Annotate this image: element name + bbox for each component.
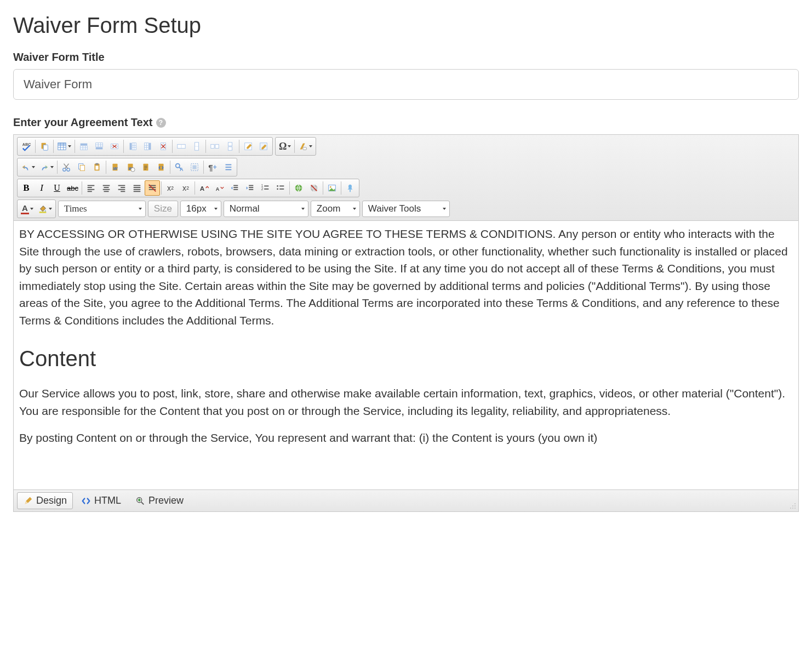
paste-plain-button[interactable] bbox=[138, 160, 153, 175]
preview-tab[interactable]: Preview bbox=[129, 492, 190, 509]
find-replace-button[interactable]: A bbox=[171, 160, 187, 175]
font-size-grow-button[interactable]: A bbox=[196, 180, 211, 196]
paste-clipboard-button[interactable] bbox=[89, 160, 105, 175]
strikethrough-button[interactable]: abc bbox=[65, 180, 81, 196]
resize-grip-icon[interactable] bbox=[788, 502, 796, 509]
chevron-down-icon bbox=[353, 208, 356, 210]
help-icon[interactable]: ? bbox=[156, 118, 166, 128]
svg-rect-2 bbox=[43, 145, 48, 150]
insert-table-button[interactable] bbox=[55, 139, 73, 154]
svg-text:A: A bbox=[216, 186, 220, 192]
superscript-button[interactable]: x2 bbox=[163, 180, 178, 196]
split-horizontal-button[interactable] bbox=[207, 139, 222, 154]
line-spacing-button[interactable] bbox=[220, 160, 236, 175]
paste-html-button[interactable] bbox=[153, 160, 169, 175]
font-size-shrink-button[interactable]: A bbox=[211, 180, 227, 196]
edit-cell-button[interactable] bbox=[241, 139, 256, 154]
align-right-button[interactable] bbox=[114, 180, 129, 196]
redo-button[interactable] bbox=[37, 160, 56, 175]
align-left-button[interactable] bbox=[83, 180, 99, 196]
svg-rect-13 bbox=[81, 144, 88, 146]
svg-point-108 bbox=[277, 188, 278, 190]
zoom-select[interactable]: Zoom bbox=[311, 201, 360, 217]
merge-vertical-button[interactable] bbox=[189, 139, 204, 154]
agreement-para-1: BY ACCESSING OR OTHERWISE USING THE SITE… bbox=[19, 225, 793, 329]
svg-text:2: 2 bbox=[261, 187, 264, 191]
waiver-tools-select[interactable]: Waiver Tools bbox=[362, 201, 450, 217]
content-heading: Content bbox=[19, 342, 793, 375]
paste-button[interactable] bbox=[37, 139, 52, 154]
select-all-button[interactable] bbox=[187, 160, 202, 175]
format-stripper-button[interactable] bbox=[296, 139, 314, 154]
svg-point-126 bbox=[792, 508, 793, 509]
delete-row-button[interactable] bbox=[107, 139, 122, 154]
paragraph-select[interactable]: Normal bbox=[224, 201, 308, 217]
svg-rect-53 bbox=[80, 165, 84, 170]
svg-rect-8 bbox=[58, 143, 66, 145]
svg-rect-41 bbox=[211, 144, 214, 148]
insert-row-above-button[interactable] bbox=[76, 139, 92, 154]
cut-button[interactable] bbox=[59, 160, 74, 175]
indent-button[interactable] bbox=[242, 180, 258, 196]
font-color-button[interactable]: A bbox=[19, 201, 36, 217]
underline-button[interactable]: U bbox=[49, 180, 65, 196]
svg-point-49 bbox=[67, 168, 70, 171]
outdent-button[interactable] bbox=[227, 180, 242, 196]
subscript-button[interactable]: x2 bbox=[178, 180, 193, 196]
paste-word-clean-button[interactable]: W bbox=[123, 160, 138, 175]
svg-point-107 bbox=[277, 185, 278, 187]
magnifier-plus-icon bbox=[135, 496, 145, 506]
show-paragraph-button[interactable]: ¶+ bbox=[205, 160, 220, 175]
italic-icon: I bbox=[40, 183, 43, 193]
image-button[interactable] bbox=[324, 180, 340, 196]
html-tab[interactable]: HTML bbox=[75, 492, 127, 509]
html-tab-label: HTML bbox=[94, 495, 121, 506]
svg-rect-18 bbox=[96, 147, 103, 150]
unlink-button[interactable] bbox=[306, 180, 322, 196]
undo-button[interactable] bbox=[19, 160, 37, 175]
svg-point-125 bbox=[790, 508, 791, 509]
waiver-tools-value: Waiver Tools bbox=[368, 203, 421, 214]
pilcrow-icon: ¶ bbox=[208, 163, 213, 172]
special-character-button[interactable]: Ω bbox=[277, 139, 293, 154]
align-center-button[interactable] bbox=[99, 180, 114, 196]
split-vertical-button[interactable] bbox=[222, 139, 238, 154]
merge-horizontal-button[interactable] bbox=[174, 139, 189, 154]
delete-col-button[interactable] bbox=[156, 139, 171, 154]
spellcheck-button[interactable]: ABC bbox=[19, 139, 34, 154]
rich-text-editor: ABC bbox=[13, 134, 799, 512]
size-label: Size bbox=[148, 201, 178, 217]
align-justify-button[interactable] bbox=[129, 180, 145, 196]
copy-button[interactable] bbox=[74, 160, 89, 175]
svg-text:A: A bbox=[180, 167, 184, 172]
agreement-label: Enter your Agreement Text ? bbox=[13, 116, 799, 129]
pin-button[interactable] bbox=[342, 180, 358, 196]
ordered-list-button[interactable]: 12 bbox=[258, 180, 273, 196]
font-size-select[interactable]: 16px bbox=[180, 201, 221, 217]
insert-col-left-button[interactable] bbox=[125, 139, 140, 154]
editor-content-area[interactable]: BY ACCESSING OR OTHERWISE USING THE SITE… bbox=[14, 221, 798, 489]
svg-point-124 bbox=[794, 505, 796, 506]
bg-color-button[interactable] bbox=[36, 201, 54, 217]
svg-point-67 bbox=[176, 164, 180, 168]
svg-point-61 bbox=[131, 168, 135, 172]
unordered-list-button[interactable] bbox=[273, 180, 288, 196]
insert-col-right-button[interactable] bbox=[140, 139, 156, 154]
font-family-select[interactable]: Times bbox=[58, 201, 146, 217]
waiver-title-input[interactable] bbox=[13, 69, 799, 100]
editor-toolbar: ABC bbox=[14, 135, 798, 221]
insert-row-below-button[interactable] bbox=[92, 139, 107, 154]
svg-rect-32 bbox=[149, 143, 151, 150]
design-tab[interactable]: Design bbox=[17, 492, 73, 509]
bold-button[interactable]: B bbox=[19, 180, 34, 196]
chevron-down-icon bbox=[301, 208, 305, 210]
svg-point-115 bbox=[330, 186, 331, 188]
italic-button[interactable]: I bbox=[34, 180, 49, 196]
chevron-down-icon bbox=[68, 145, 71, 147]
form-button[interactable] bbox=[256, 139, 271, 154]
chevron-down-icon bbox=[214, 208, 218, 210]
hyperlink-button[interactable] bbox=[291, 180, 306, 196]
paste-word-button[interactable]: W bbox=[107, 160, 123, 175]
font-family-value: Times bbox=[64, 203, 87, 214]
align-none-button[interactable] bbox=[145, 180, 160, 196]
